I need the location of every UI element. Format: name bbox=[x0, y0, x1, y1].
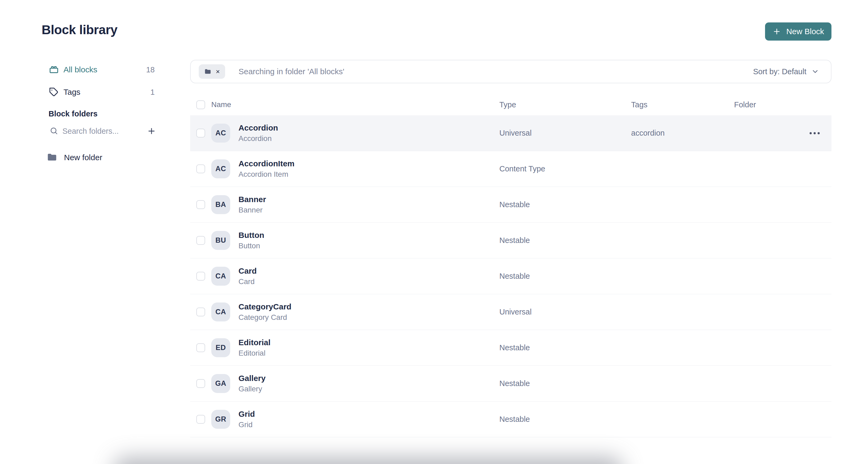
search-placeholder-text: Searching in folder 'All blocks' bbox=[239, 67, 344, 76]
table-body: AC Accordion Accordion Universal accordi… bbox=[190, 115, 832, 437]
sidebar: All blocks 18 Tags 1 Block folders New f… bbox=[41, 60, 159, 166]
row-initials: AC bbox=[216, 129, 226, 137]
row-name: Button bbox=[239, 231, 499, 240]
row-slug: Accordion Item bbox=[239, 170, 499, 179]
row-checkbox[interactable] bbox=[196, 415, 205, 424]
row-type: Nestable bbox=[499, 415, 631, 424]
table-row[interactable]: AC AccordionItem Accordion Item Content … bbox=[190, 151, 832, 187]
table-row[interactable]: GR Grid Grid Nestable bbox=[190, 402, 832, 437]
block-table: Name Type Tags Folder AC Accordion Accor… bbox=[190, 94, 832, 437]
block-folders-heading: Block folders bbox=[41, 108, 159, 120]
folder-icon bbox=[204, 68, 212, 75]
avatar: CA bbox=[211, 302, 230, 321]
sidebar-item-label: Tags bbox=[63, 88, 80, 97]
row-checkbox[interactable] bbox=[196, 165, 205, 173]
row-type: Universal bbox=[499, 129, 631, 138]
row-slug: Gallery bbox=[239, 385, 499, 393]
new-block-label: New Block bbox=[786, 27, 824, 36]
row-type: Nestable bbox=[499, 343, 631, 352]
tags-count: 1 bbox=[150, 88, 155, 97]
table-row[interactable]: CA CategoryCard Category Card Universal bbox=[190, 294, 832, 330]
row-tags: accordion bbox=[631, 129, 734, 138]
row-initials: CA bbox=[216, 272, 226, 280]
avatar: BU bbox=[211, 231, 230, 250]
sidebar-item-tags[interactable]: Tags 1 bbox=[41, 83, 159, 102]
row-name: Editorial bbox=[239, 338, 499, 347]
select-all-checkbox[interactable] bbox=[196, 100, 205, 109]
row-name: Banner bbox=[239, 195, 499, 204]
row-initials: BU bbox=[216, 236, 226, 244]
page-title: Block library bbox=[41, 23, 117, 37]
row-checkbox[interactable] bbox=[196, 308, 205, 316]
row-name: Gallery bbox=[239, 374, 499, 383]
row-initials: BA bbox=[216, 201, 226, 209]
new-block-button[interactable]: New Block bbox=[765, 23, 832, 40]
plus-icon bbox=[773, 27, 781, 36]
row-checkbox[interactable] bbox=[196, 272, 205, 281]
row-slug: Editorial bbox=[239, 349, 499, 357]
row-type: Nestable bbox=[499, 200, 631, 209]
row-slug: Accordion bbox=[239, 134, 499, 143]
column-header-tags: Tags bbox=[631, 100, 734, 109]
row-name: Grid bbox=[239, 409, 499, 418]
row-checkbox[interactable] bbox=[196, 343, 205, 352]
folder-icon bbox=[46, 152, 58, 164]
table-row[interactable]: ED Editorial Editorial Nestable bbox=[190, 330, 832, 366]
avatar: AC bbox=[211, 160, 230, 178]
add-folder-button[interactable] bbox=[146, 125, 157, 137]
row-initials: CA bbox=[216, 308, 226, 316]
table-row[interactable]: AC Accordion Accordion Universal accordi… bbox=[190, 115, 832, 151]
search-filter-bar[interactable]: × Searching in folder 'All blocks' Sort … bbox=[190, 60, 832, 83]
column-header-type: Type bbox=[499, 100, 631, 109]
all-blocks-count: 18 bbox=[146, 65, 155, 74]
row-initials: AC bbox=[216, 165, 226, 173]
close-icon[interactable]: × bbox=[216, 68, 220, 75]
avatar: CA bbox=[211, 267, 230, 286]
search-folders-input[interactable] bbox=[62, 127, 146, 136]
row-slug: Card bbox=[239, 278, 499, 286]
sidebar-item-all-blocks[interactable]: All blocks 18 bbox=[41, 60, 159, 79]
row-name: CategoryCard bbox=[239, 302, 499, 311]
row-type: Content Type bbox=[499, 165, 631, 173]
row-slug: Grid bbox=[239, 420, 499, 429]
row-type: Nestable bbox=[499, 272, 631, 281]
row-name: AccordionItem bbox=[239, 159, 499, 168]
sidebar-folder-new-folder[interactable]: New folder bbox=[41, 149, 159, 166]
row-checkbox[interactable] bbox=[196, 379, 205, 388]
sidebar-item-label: All blocks bbox=[63, 65, 97, 74]
avatar: ED bbox=[211, 338, 230, 357]
row-type: Nestable bbox=[499, 379, 631, 388]
column-header-name: Name bbox=[211, 100, 499, 109]
sort-by-label: Sort by: Default bbox=[753, 67, 806, 76]
row-checkbox[interactable] bbox=[196, 129, 205, 138]
table-row[interactable]: BA Banner Banner Nestable bbox=[190, 187, 832, 223]
column-header-folder: Folder bbox=[734, 100, 800, 109]
folder-search bbox=[41, 123, 159, 139]
row-slug: Button bbox=[239, 242, 499, 250]
table-row[interactable]: GA Gallery Gallery Nestable bbox=[190, 366, 832, 402]
row-name: Card bbox=[239, 266, 499, 276]
row-type: Nestable bbox=[499, 236, 631, 245]
avatar: GR bbox=[211, 410, 230, 429]
row-slug: Banner bbox=[239, 206, 499, 214]
table-header: Name Type Tags Folder bbox=[190, 94, 832, 115]
sort-by-dropdown[interactable]: Sort by: Default bbox=[753, 67, 819, 76]
folder-filter-chip[interactable]: × bbox=[199, 64, 225, 79]
row-slug: Category Card bbox=[239, 313, 499, 322]
row-checkbox[interactable] bbox=[196, 236, 205, 245]
row-checkbox[interactable] bbox=[196, 200, 205, 209]
block-icon bbox=[49, 64, 59, 75]
table-row[interactable]: CA Card Card Nestable bbox=[190, 258, 832, 294]
row-menu-button[interactable] bbox=[808, 130, 821, 137]
row-initials: ED bbox=[216, 344, 226, 352]
new-folder-label: New folder bbox=[64, 153, 102, 162]
chevron-down-icon bbox=[811, 67, 819, 76]
avatar: BA bbox=[211, 195, 230, 214]
avatar: GA bbox=[211, 374, 230, 393]
row-initials: GA bbox=[215, 379, 226, 388]
row-initials: GR bbox=[215, 415, 226, 424]
table-row[interactable]: BU Button Button Nestable bbox=[190, 223, 832, 258]
search-icon bbox=[50, 126, 59, 136]
row-type: Universal bbox=[499, 308, 631, 316]
row-name: Accordion bbox=[239, 123, 499, 133]
